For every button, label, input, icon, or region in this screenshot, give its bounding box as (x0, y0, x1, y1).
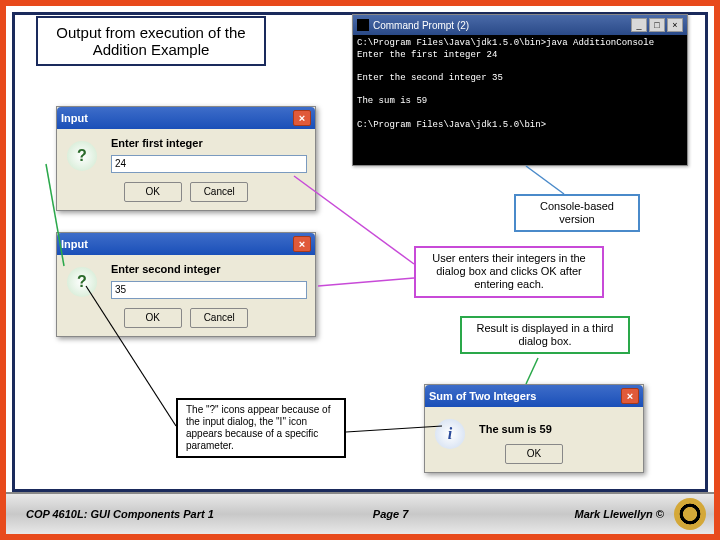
footer-bar: COP 4610L: GUI Components Part 1 Page 7 … (6, 492, 714, 534)
dialog1-titlebar: Input × (57, 107, 315, 129)
dialog3-titlebar: Sum of Two Integers × (425, 385, 643, 407)
maximize-button[interactable]: □ (649, 18, 665, 32)
close-icon[interactable]: × (293, 110, 311, 126)
ucf-logo (674, 498, 706, 530)
sum-dialog: Sum of Two Integers × i The sum is 59 OK (424, 384, 644, 473)
callout-result: Result is displayed in a third dialog bo… (460, 316, 630, 354)
slide-title: Output from execution of the Addition Ex… (36, 16, 266, 66)
close-icon[interactable]: × (293, 236, 311, 252)
question-icon: ? (67, 267, 97, 297)
footer-page: Page 7 (299, 508, 481, 520)
console-title-text: Command Prompt (2) (373, 20, 629, 31)
dialog1-input[interactable] (111, 155, 307, 173)
dialog1-label: Enter first integer (111, 137, 307, 149)
dialog2-label: Enter second integer (111, 263, 307, 275)
question-icon: ? (67, 141, 97, 171)
dialog3-title: Sum of Two Integers (429, 390, 621, 402)
ok-button[interactable]: OK (124, 182, 182, 202)
dialog1-title: Input (61, 112, 293, 124)
console-output: C:\Program Files\Java\jdk1.5.0\bin>java … (353, 35, 687, 135)
callout-user-enters: User enters their integers in the dialog… (414, 246, 604, 298)
cmd-icon (357, 19, 369, 31)
callout-console: Console-based version (514, 194, 640, 232)
input-dialog-2: Input × ? Enter second integer OK Cancel (56, 232, 316, 337)
close-icon[interactable]: × (621, 388, 639, 404)
callout-icons: The "?" icons appear because of the inpu… (176, 398, 346, 458)
console-window: Command Prompt (2) _ □ × C:\Program File… (352, 14, 688, 166)
minimize-button[interactable]: _ (631, 18, 647, 32)
input-dialog-1: Input × ? Enter first integer OK Cancel (56, 106, 316, 211)
ok-button[interactable]: OK (505, 444, 563, 464)
info-icon: i (435, 419, 465, 449)
dialog2-input[interactable] (111, 281, 307, 299)
cancel-button[interactable]: Cancel (190, 182, 248, 202)
cancel-button[interactable]: Cancel (190, 308, 248, 328)
close-button[interactable]: × (667, 18, 683, 32)
ok-button[interactable]: OK (124, 308, 182, 328)
dialog3-label: The sum is 59 (479, 423, 635, 435)
footer-course: COP 4610L: GUI Components Part 1 (6, 508, 299, 520)
console-titlebar: Command Prompt (2) _ □ × (353, 15, 687, 35)
dialog2-titlebar: Input × (57, 233, 315, 255)
dialog2-title: Input (61, 238, 293, 250)
